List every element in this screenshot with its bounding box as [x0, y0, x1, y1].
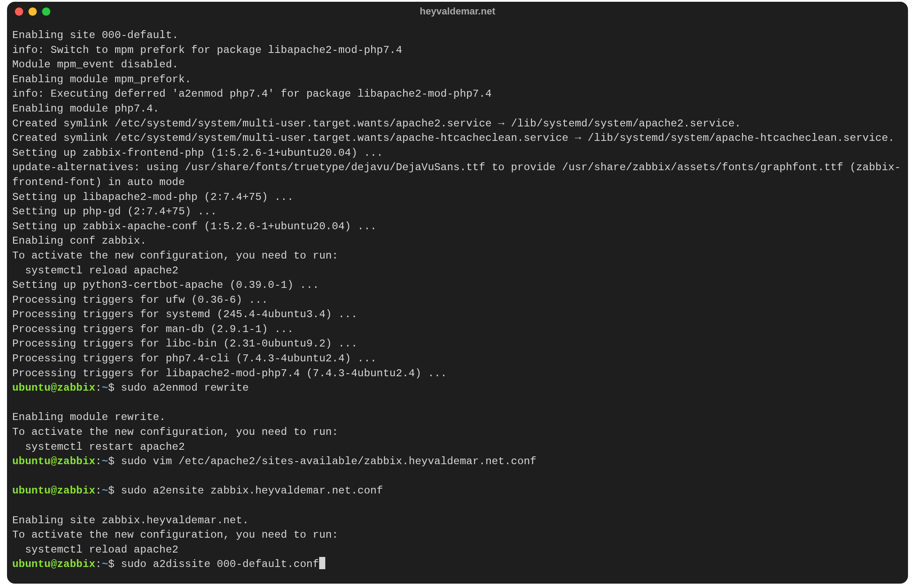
terminal-output-line: Enabling site 000-default. — [12, 29, 179, 41]
window-title: heyvaldemar.net — [7, 6, 908, 17]
minimize-window-button[interactable] — [28, 7, 37, 16]
terminal-output-line: systemctl reload apache2 — [12, 265, 179, 276]
terminal-output-line: Enabling module rewrite. — [12, 411, 165, 423]
terminal-output-line: Created symlink /etc/systemd/system/mult… — [12, 118, 741, 130]
terminal-output-line: Processing triggers for libapache2-mod-p… — [12, 368, 447, 379]
terminal-output-line: Enabling module php7.4. — [12, 103, 159, 115]
terminal-output-line: Enabling site zabbix.heyvaldemar.net. — [12, 514, 249, 526]
terminal-output-line: Processing triggers for libc-bin (2.31-0… — [12, 338, 358, 350]
terminal-output-line: Setting up zabbix-apache-conf (1:5.2.6-1… — [12, 220, 377, 232]
prompt-colon: : — [95, 382, 102, 394]
terminal-output-line: Processing triggers for man-db (2.9.1-1)… — [12, 323, 294, 335]
prompt-host: zabbix — [57, 382, 95, 394]
prompt-user: ubuntu — [12, 382, 51, 394]
prompt-command: sudo a2enmod rewrite — [121, 382, 249, 394]
zoom-window-button[interactable] — [42, 7, 50, 16]
prompt-colon: : — [95, 558, 102, 570]
prompt-user: ubuntu — [12, 558, 51, 570]
terminal-output-line: Enabling module mpm_prefork. — [12, 74, 191, 85]
terminal-prompt-line: ubuntu@zabbix:~$ sudo vim /etc/apache2/s… — [12, 454, 903, 469]
terminal-output-line: To activate the new configuration, you n… — [12, 426, 338, 438]
prompt-path: ~ — [102, 485, 108, 497]
prompt-colon: : — [95, 485, 102, 497]
prompt-path: ~ — [102, 455, 108, 467]
prompt-colon: : — [95, 455, 102, 467]
terminal-output-line: update-alternatives: using /usr/share/fo… — [12, 161, 901, 188]
terminal-output-line: Created symlink /etc/systemd/system/mult… — [12, 132, 894, 144]
terminal-output-line: To activate the new configuration, you n… — [12, 529, 338, 541]
prompt-at: @ — [51, 455, 57, 467]
prompt-user: ubuntu — [12, 485, 51, 497]
terminal-output-line: Enabling conf zabbix. — [12, 235, 147, 247]
traffic-lights — [15, 7, 50, 16]
title-bar: heyvaldemar.net — [7, 2, 908, 21]
prompt-dollar: $ — [108, 382, 115, 394]
terminal-prompt-line: ubuntu@zabbix:~$ sudo a2enmod rewrite — [12, 381, 903, 396]
prompt-dollar: $ — [108, 558, 115, 570]
terminal-output-line: To activate the new configuration, you n… — [12, 250, 338, 262]
prompt-path: ~ — [102, 558, 108, 570]
prompt-at: @ — [51, 558, 57, 570]
prompt-at: @ — [51, 485, 57, 497]
prompt-dollar: $ — [108, 485, 115, 497]
terminal-output-line: systemctl restart apache2 — [12, 441, 185, 453]
prompt-command[interactable]: sudo a2dissite 000-default.conf — [121, 558, 319, 570]
terminal-output-line: info: Executing deferred 'a2enmod php7.4… — [12, 88, 492, 100]
cursor-icon — [319, 557, 325, 569]
terminal-output-line: Setting up php-gd (2:7.4+75) ... — [12, 206, 217, 217]
terminal-output-line: Setting up zabbix-frontend-php (1:5.2.6-… — [12, 147, 383, 159]
prompt-host: zabbix — [57, 558, 95, 570]
terminal-output-line: Setting up python3-certbot-apache (0.39.… — [12, 279, 319, 291]
terminal-output[interactable]: Enabling site 000-default. info: Switch … — [7, 21, 908, 584]
terminal-output-line: Processing triggers for systemd (245.4-4… — [12, 308, 358, 320]
prompt-dollar: $ — [108, 455, 115, 467]
prompt-at: @ — [51, 382, 57, 394]
terminal-prompt-line: ubuntu@zabbix:~$ sudo a2dissite 000-defa… — [12, 557, 903, 572]
terminal-window: heyvaldemar.net Enabling site 000-defaul… — [7, 2, 908, 584]
terminal-output-line: Module mpm_event disabled. — [12, 59, 179, 70]
prompt-host: zabbix — [57, 455, 95, 467]
close-window-button[interactable] — [15, 7, 23, 16]
terminal-output-line: Processing triggers for ufw (0.36-6) ... — [12, 294, 268, 306]
terminal-prompt-line: ubuntu@zabbix:~$ sudo a2ensite zabbix.he… — [12, 483, 903, 498]
prompt-host: zabbix — [57, 485, 95, 497]
terminal-output-line: systemctl reload apache2 — [12, 544, 179, 556]
prompt-command: sudo a2ensite zabbix.heyvaldemar.net.con… — [121, 485, 383, 497]
terminal-output-line: info: Switch to mpm prefork for package … — [12, 44, 402, 56]
prompt-user: ubuntu — [12, 455, 51, 467]
prompt-command: sudo vim /etc/apache2/sites-available/za… — [121, 455, 536, 467]
terminal-output-line: Setting up libapache2-mod-php (2:7.4+75)… — [12, 191, 294, 203]
prompt-path: ~ — [102, 382, 108, 394]
terminal-output-line: Processing triggers for php7.4-cli (7.4.… — [12, 353, 377, 364]
